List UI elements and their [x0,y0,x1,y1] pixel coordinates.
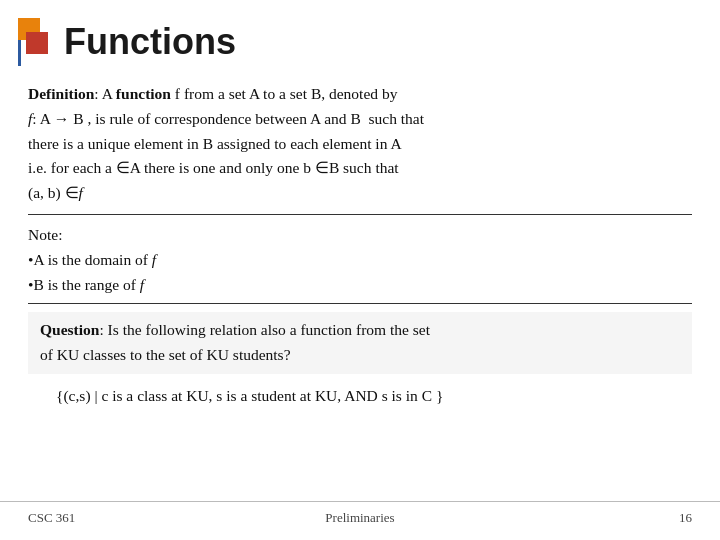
set-notation: {(c,s) | c is a class at KU, s is a stud… [28,380,692,413]
definition-line4: i.e. for each a ∈A there is one and only… [28,156,692,181]
question-line1: Question: Is the following relation also… [40,318,680,343]
footer-section: Preliminaries [249,510,470,526]
set-notation-text: {(c,s) | c is a class at KU, s is a stud… [56,384,680,409]
divider-1 [28,214,692,215]
main-content: Definition: A function f from a set A to… [0,78,720,421]
note-f2: f [140,276,144,293]
definition-line3: there is a unique element in B assigned … [28,132,692,157]
question-label: Question [40,321,99,338]
note-label: Note: [28,223,692,248]
definition-f: f [79,184,83,201]
question-block: Question: Is the following relation also… [28,312,692,374]
definition-block: Definition: A function f from a set A to… [28,82,692,206]
footer: CSC 361 Preliminaries 16 [0,501,720,526]
note-f1: f [152,251,156,268]
header-squares [18,18,46,66]
definition-label: Definition [28,85,94,102]
definition-line5: (a, b) ∈f [28,181,692,206]
definition-colon: : A [94,85,116,102]
definition-line2: f: A → B , is rule of correspondence bet… [28,107,692,132]
footer-page: 16 [471,510,692,526]
definition-line1b: f from a set A to a set B, denoted by [171,85,397,102]
header: Functions [0,0,720,78]
slide-container: Functions Definition: A function f from … [0,0,720,540]
footer-course: CSC 361 [28,510,249,526]
question-text: : Is the following relation also a funct… [99,321,430,338]
definition-line2b: : A → B , is rule of correspondence betw… [32,110,424,127]
note-block: Note: •A is the domain of f •B is the ra… [28,223,692,297]
divider-2 [28,303,692,304]
page-title: Functions [64,21,236,63]
note-bullet1: •A is the domain of f [28,248,692,273]
note-bullet2: •B is the range of f [28,273,692,298]
definition-line1: Definition: A function f from a set A to… [28,82,692,107]
question-line2: of KU classes to the set of KU students? [40,343,680,368]
function-bold: function [116,85,171,102]
square-red [26,32,48,54]
